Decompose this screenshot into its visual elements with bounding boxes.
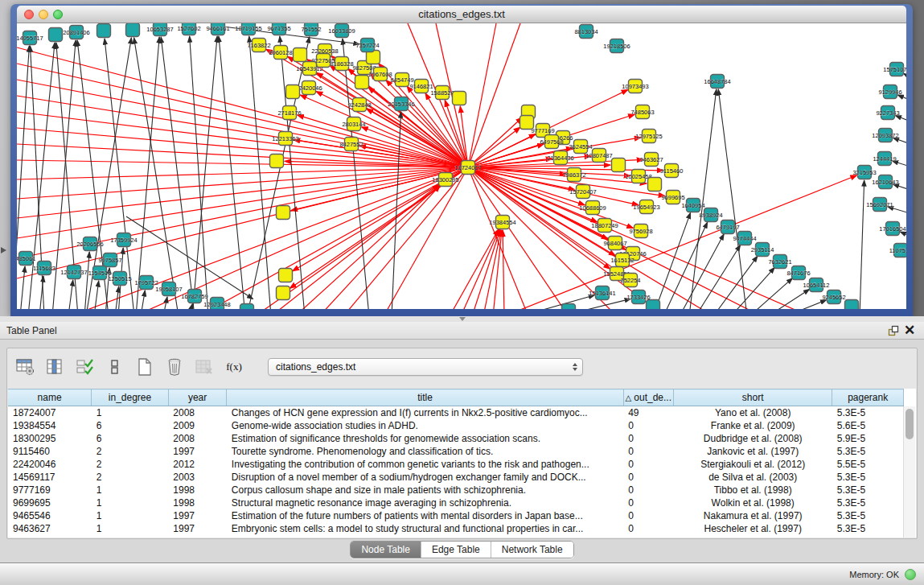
graph-node[interactable] — [647, 300, 660, 310]
graph-node[interactable] — [453, 92, 466, 105]
graph-node[interactable] — [294, 48, 307, 62]
split-divider[interactable] — [0, 316, 924, 322]
tab-network-table[interactable]: Network Table — [491, 542, 573, 558]
table-cell[interactable]: 0 — [623, 496, 673, 509]
table-cell[interactable]: 19384554 — [8, 419, 92, 432]
graph-node[interactable]: 1107533 — [889, 244, 906, 257]
table-cell[interactable]: 5.3E-5 — [832, 484, 904, 496]
table-cell[interactable]: 18300295 — [8, 432, 92, 445]
function-builder-button[interactable]: f(x) — [224, 356, 244, 377]
graph-node[interactable]: 16033809 — [328, 24, 355, 38]
table-row[interactable]: 946362711997Embryonic stem cells: a mode… — [8, 522, 904, 535]
table-cell[interactable]: 2 — [92, 458, 169, 471]
table-cell[interactable]: 6 — [92, 419, 169, 432]
graph-node[interactable]: 2803144 — [342, 117, 365, 131]
table-cell[interactable]: Dudbridge et al. (2008) — [674, 432, 832, 445]
table-row[interactable]: 1938455462009Genome-wide association stu… — [8, 419, 904, 432]
tab-node-table[interactable]: Node Table — [351, 542, 421, 558]
graph-node[interactable]: 9756928 — [629, 225, 652, 238]
network-canvas[interactable]: 1872400718300295716382289601282226053892… — [17, 23, 906, 309]
graph-node[interactable]: 10719155 — [235, 23, 261, 35]
graph-node[interactable]: 9466161 — [206, 23, 229, 35]
graph-node[interactable] — [648, 178, 662, 192]
graph-node[interactable]: 16648784 — [704, 75, 730, 89]
table-settings-button[interactable] — [15, 356, 36, 377]
table-cell[interactable]: Yano et al. (2008) — [674, 406, 832, 419]
graph-node[interactable] — [277, 206, 290, 220]
table-cell[interactable]: Estimation of the future numbers of pati… — [227, 509, 623, 522]
table-row[interactable]: 977716911998Corpus callosum shape and si… — [8, 484, 904, 496]
graph-node[interactable]: 15751074 — [883, 63, 906, 76]
table-cell[interactable]: 1 — [92, 496, 169, 509]
table-cell[interactable]: 1998 — [168, 496, 226, 509]
column-header-short[interactable]: short — [674, 389, 832, 406]
table-cell[interactable]: Investigating the contribution of common… — [227, 458, 623, 471]
graph-node[interactable]: 18807249 — [591, 219, 618, 233]
delete-trash-button[interactable] — [164, 356, 185, 377]
row-height-button[interactable] — [105, 356, 125, 377]
graph-node[interactable]: 16210643 — [872, 175, 898, 189]
table-cell[interactable]: 5.3E-5 — [832, 496, 904, 509]
graph-node[interactable]: 15720407 — [569, 185, 596, 199]
graph-node[interactable]: 9227343 — [876, 106, 899, 120]
graph-node[interactable]: 17016504 — [879, 222, 906, 236]
table-scrollbar[interactable] — [903, 406, 915, 538]
table-cell[interactable]: Tibbo et al. (1998) — [674, 484, 832, 496]
table-row[interactable]: 969969511998Structural magnetic resonanc… — [8, 496, 904, 509]
graph-node[interactable]: 10653287 — [146, 23, 173, 36]
graph-node[interactable]: 20153346 — [388, 97, 414, 111]
graph-node[interactable]: 8813034 — [574, 25, 598, 39]
graph-node[interactable]: 8427552 — [339, 138, 363, 151]
column-header-in-degree[interactable]: in_degree — [92, 389, 169, 406]
table-cell[interactable]: 0 — [623, 419, 673, 432]
column-header-pagerank[interactable]: pagerank — [832, 389, 904, 406]
table-cell[interactable]: de Silva et al. (2003) — [674, 471, 832, 484]
table-cell[interactable]: Estimation of significance thresholds fo… — [227, 432, 623, 445]
table-cell[interactable]: 5.3E-5 — [832, 406, 904, 419]
graph-node[interactable]: 19958107 — [155, 282, 182, 296]
table-cell[interactable]: 1997 — [168, 522, 226, 535]
graph-node[interactable]: 9129946 — [878, 85, 901, 99]
table-cell[interactable]: 2009 — [168, 419, 226, 432]
table-cell[interactable]: 22420046 — [8, 458, 92, 471]
table-cell[interactable]: 5.3E-5 — [832, 509, 904, 522]
graph-node[interactable] — [97, 24, 111, 38]
graph-node[interactable]: 20891406 — [63, 26, 89, 39]
table-cell[interactable]: 5.5E-5 — [832, 458, 904, 471]
table-cell[interactable]: Franke et al. (2009) — [674, 419, 832, 432]
graph-node[interactable]: 7986372 — [562, 168, 585, 182]
table-cell[interactable]: 2 — [92, 445, 169, 458]
table-cell[interactable]: 1997 — [168, 445, 226, 458]
graph-node[interactable]: 19384554 — [489, 216, 515, 229]
table-cell[interactable]: Tourette syndrome. Phenomenology and cla… — [227, 445, 623, 458]
graph-node[interactable]: 252254 — [620, 274, 640, 287]
table-cell[interactable]: 0 — [623, 471, 673, 484]
table-cell[interactable]: 5.3E-5 — [832, 445, 904, 458]
graph-node[interactable] — [279, 269, 293, 282]
table-cell[interactable]: 5.6E-5 — [832, 419, 904, 432]
graph-node[interactable] — [355, 76, 369, 89]
graph-node[interactable] — [126, 23, 140, 37]
graph-node[interactable]: 15136141 — [589, 286, 615, 300]
graph-node[interactable]: 10807487 — [585, 149, 612, 163]
column-header-title[interactable]: title — [227, 389, 623, 406]
table-row[interactable]: 1456911722003Disruption of a novel membe… — [8, 471, 904, 484]
graph-node[interactable]: 8938924 — [699, 208, 722, 222]
graph-node[interactable]: 3215953 — [852, 166, 876, 179]
table-cell[interactable]: 9463627 — [8, 522, 92, 535]
graph-node[interactable]: 10688609 — [579, 201, 606, 215]
table-cell[interactable]: 0 — [623, 458, 673, 471]
graph-node[interactable]: 19654923 — [633, 200, 659, 214]
graph-node[interactable]: 12975125 — [635, 130, 662, 143]
table-cell[interactable]: Disruption of a novel member of a sodium… — [227, 471, 623, 484]
table-cell[interactable]: 2003 — [168, 471, 226, 484]
table-cell[interactable]: Corpus callosum shape and size in male p… — [227, 484, 623, 496]
graph-node[interactable]: 9463627 — [639, 153, 663, 167]
table-cell[interactable]: 5.3E-5 — [832, 471, 904, 484]
table-row[interactable]: 2242004622012Investigating the contribut… — [8, 458, 904, 471]
table-cell[interactable]: Hescheler et al. (1997) — [674, 522, 832, 535]
table-cell[interactable]: Genome-wide association studies in ADHD. — [227, 419, 623, 432]
table-cell[interactable]: 18724007 — [8, 406, 92, 419]
table-cell[interactable]: 5.9E-5 — [832, 432, 904, 445]
float-panel-button[interactable] — [885, 323, 901, 338]
